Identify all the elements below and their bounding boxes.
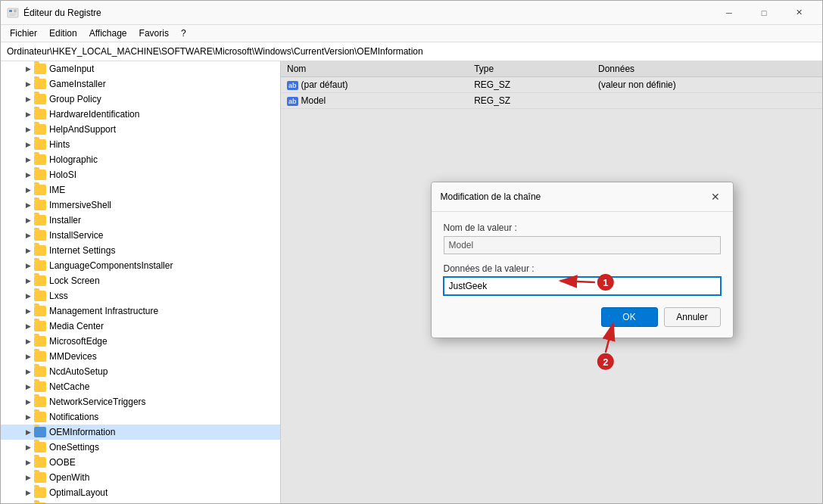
tree-item-ncdautosetup[interactable]: ▶ NcdAutoSetup (1, 364, 280, 379)
tree-label: HoloSI (49, 170, 76, 180)
tree-item-installservice[interactable]: ▶ InstallService (1, 228, 280, 243)
tree-item-grouppolicy[interactable]: ▶ Group Policy (1, 92, 280, 107)
tree-panel[interactable]: ▶ GameInput ▶ GameInstaller ▶ Group Poli… (1, 61, 281, 503)
tree-item-lxss[interactable]: ▶ Lxss (1, 288, 280, 303)
folder-icon (34, 185, 46, 195)
tree-item-hardwareident[interactable]: ▶ HardwareIdentification (1, 107, 280, 122)
cancel-button[interactable]: Annuler (664, 307, 721, 327)
value-name-label: Nom de la valeur : (444, 222, 721, 233)
value-name-input[interactable] (444, 236, 721, 254)
folder-icon (34, 321, 46, 331)
right-panel: JUSTGEEK Nom Type Données ab(par défaut)… (281, 61, 822, 503)
tree-item-oeminformation[interactable]: ▶ OEMInformation (1, 425, 280, 440)
expand-icon: ▶ (22, 244, 34, 257)
expand-icon: ▶ (22, 396, 34, 408)
menu-help[interactable]: ? (175, 26, 192, 40)
menu-affichage[interactable]: Affichage (83, 26, 133, 40)
address-bar: Ordinateur\HKEY_LOCAL_MACHINE\SOFTWARE\M… (1, 42, 822, 61)
expand-icon: ▶ (22, 78, 34, 90)
dialog-close-button[interactable]: ✕ (707, 188, 724, 205)
tree-label: Lock Screen (49, 275, 100, 286)
svg-rect-5 (9, 15, 15, 16)
tree-item-gameinput[interactable]: ▶ GameInput (1, 61, 280, 76)
expand-icon: ▶ (22, 305, 34, 317)
menu-fichier[interactable]: Fichier (4, 26, 43, 40)
expand-icon: ▶ (22, 502, 34, 503)
tree-item-networkservicetriggers[interactable]: ▶ NetworkServiceTriggers (1, 394, 280, 409)
tree-item-onesettings[interactable]: ▶ OneSettings (1, 440, 280, 455)
expand-icon: ▶ (22, 471, 34, 484)
ok-button[interactable]: OK (601, 307, 658, 327)
main-window: Éditeur du Registre ─ □ ✕ Fichier Editio… (0, 0, 823, 504)
menu-bar: Fichier Edition Affichage Favoris ? (1, 25, 822, 42)
main-content: ▶ GameInput ▶ GameInstaller ▶ Group Poli… (1, 61, 822, 503)
tree-label: Lxss (49, 291, 68, 301)
tree-label: Parental Controls (49, 502, 120, 503)
tree-item-installer[interactable]: ▶ Installer (1, 213, 280, 228)
expand-icon: ▶ (22, 214, 34, 226)
menu-favoris[interactable]: Favoris (133, 26, 175, 40)
folder-icon (34, 397, 46, 407)
folder-icon (34, 427, 46, 437)
menu-edition[interactable]: Edition (43, 26, 83, 40)
tree-label: OptimalLayout (49, 487, 108, 498)
tree-item-immersiveshell[interactable]: ▶ ImmersiveShell (1, 198, 280, 213)
value-data-input[interactable] (444, 277, 721, 295)
dialog-overlay: Modification de la chaîne ✕ Nom de la va… (281, 61, 822, 503)
tree-item-oobe[interactable]: ▶ OOBE (1, 455, 280, 470)
folder-icon (34, 200, 46, 210)
tree-item-langcomponents[interactable]: ▶ LanguageComponentsInstaller (1, 258, 280, 273)
folder-icon (34, 94, 46, 104)
folder-icon (34, 487, 46, 498)
address-path: Ordinateur\HKEY_LOCAL_MACHINE\SOFTWARE\M… (7, 46, 423, 57)
app-icon (7, 7, 19, 19)
tree-item-microsoftedge[interactable]: ▶ MicrosoftEdge (1, 334, 280, 349)
dialog-title-bar: Modification de la chaîne ✕ (432, 182, 733, 212)
expand-icon: ▶ (22, 381, 34, 393)
tree-item-mediacenter[interactable]: ▶ Media Center (1, 319, 280, 334)
folder-icon (34, 442, 46, 453)
tree-item-optimallayout[interactable]: ▶ OptimalLayout (1, 485, 280, 500)
value-data-label: Données de la valeur : (444, 263, 721, 274)
tree-item-parentalcontrols[interactable]: ▶ Parental Controls (1, 500, 280, 503)
folder-icon (34, 139, 46, 150)
tree-item-helpandsupport[interactable]: ▶ HelpAndSupport (1, 122, 280, 137)
maximize-button[interactable]: □ (747, 1, 781, 25)
tree-item-holographic[interactable]: ▶ Holographic (1, 152, 280, 167)
expand-icon: ▶ (22, 366, 34, 378)
tree-label: Management Infrastructure (49, 306, 158, 316)
tree-item-holosi[interactable]: ▶ HoloSI (1, 167, 280, 182)
folder-icon (34, 260, 46, 271)
folder-icon (34, 291, 46, 301)
dialog-buttons: OK Annuler (444, 307, 721, 327)
tree-label: Installer (49, 215, 81, 226)
folder-icon (34, 215, 46, 226)
tree-item-ime[interactable]: ▶ IME (1, 182, 280, 198)
expand-icon: ▶ (22, 93, 34, 105)
tree-label: Hints (49, 139, 70, 150)
tree-label: Internet Settings (49, 245, 115, 256)
expand-icon: ▶ (22, 184, 34, 196)
tree-item-gameinstaller[interactable]: ▶ GameInstaller (1, 76, 280, 92)
tree-item-internetsettings[interactable]: ▶ Internet Settings (1, 243, 280, 258)
tree-item-netcache[interactable]: ▶ NetCache (1, 379, 280, 394)
tree-item-openwith[interactable]: ▶ OpenWith (1, 470, 280, 485)
tree-item-mmdevices[interactable]: ▶ MMDevices (1, 349, 280, 364)
expand-icon: ▶ (22, 335, 34, 347)
tree-item-notifications[interactable]: ▶ Notifications (1, 409, 280, 425)
tree-item-mgmtinfra[interactable]: ▶ Management Infrastructure (1, 303, 280, 319)
tree-label: IME (49, 185, 65, 195)
close-button[interactable]: ✕ (781, 1, 816, 25)
dialog-body: Nom de la valeur : Données de la valeur … (432, 212, 733, 338)
window-title: Éditeur du Registre (23, 8, 712, 18)
minimize-button[interactable]: ─ (712, 1, 747, 25)
tree-label: InstallService (49, 230, 103, 241)
expand-icon: ▶ (22, 138, 34, 151)
expand-icon: ▶ (22, 320, 34, 332)
tree-item-lockscreen[interactable]: ▶ Lock Screen (1, 273, 280, 288)
tree-label: MicrosoftEdge (49, 336, 108, 347)
tree-item-hints[interactable]: ▶ Hints (1, 137, 280, 152)
tree-label: Media Center (49, 321, 104, 331)
tree-label: Holographic (49, 154, 98, 165)
folder-icon (34, 336, 46, 347)
